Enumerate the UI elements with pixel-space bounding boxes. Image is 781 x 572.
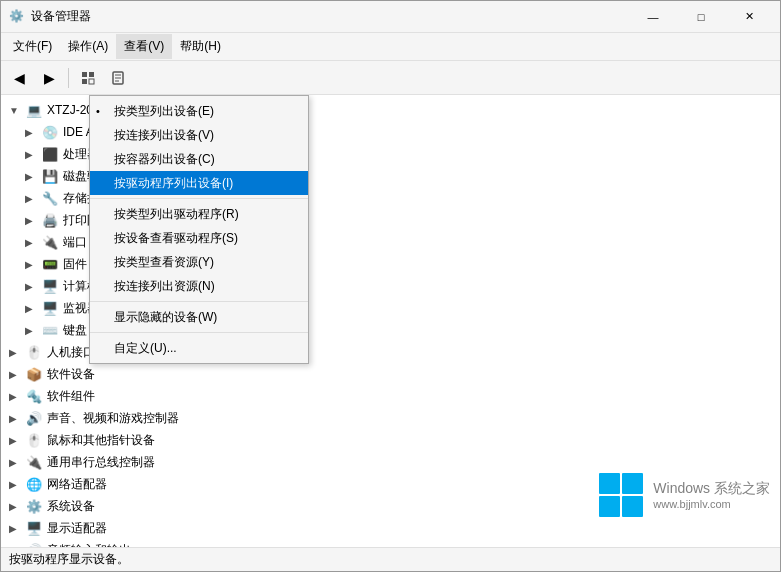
menu-by-connection-device[interactable]: 按连接列出设备(V) xyxy=(90,123,308,147)
menu-by-container-device[interactable]: 按容器列出设备(C) xyxy=(90,147,308,171)
menu-by-type-resource[interactable]: 按类型查看资源(Y) xyxy=(90,250,308,274)
chevron: ▶ xyxy=(25,127,41,138)
window-icon: ⚙️ xyxy=(9,9,25,25)
network-icon: 🌐 xyxy=(25,476,43,492)
softcomp-icon: 🔩 xyxy=(25,388,43,404)
tree-item-network[interactable]: ▶ 🌐 网络适配器 xyxy=(1,473,780,495)
audio-icon: 🔊 xyxy=(25,410,43,426)
root-chevron: ▼ xyxy=(9,105,25,116)
chevron: ▶ xyxy=(25,149,41,160)
mouse-label: 鼠标和其他指针设备 xyxy=(47,432,155,449)
audioin-label: 音频输入和输出 xyxy=(47,542,131,548)
chevron: ▶ xyxy=(25,325,41,336)
title-bar-left: ⚙️ 设备管理器 xyxy=(9,8,91,25)
status-bar: 按驱动程序显示设备。 xyxy=(1,547,780,571)
computer-icon: 🖥️ xyxy=(41,278,59,294)
chevron: ▶ xyxy=(25,259,41,270)
tree-item-display[interactable]: ▶ 🖥️ 显示适配器 xyxy=(1,517,780,539)
firmware-icon: 📟 xyxy=(41,256,59,272)
chevron: ▶ xyxy=(25,193,41,204)
svg-rect-2 xyxy=(82,79,87,84)
system-label: 系统设备 xyxy=(47,498,95,515)
display-icon: 🖥️ xyxy=(25,520,43,536)
system-icon: ⚙️ xyxy=(25,498,43,514)
chevron: ▶ xyxy=(9,347,25,358)
window-title: 设备管理器 xyxy=(31,8,91,25)
network-label: 网络适配器 xyxy=(47,476,107,493)
minimize-button[interactable]: — xyxy=(630,1,676,33)
maximize-button[interactable]: □ xyxy=(678,1,724,33)
monitor-icon: 🖥️ xyxy=(41,300,59,316)
chevron: ▶ xyxy=(25,237,41,248)
firmware-label: 固件 xyxy=(63,256,87,273)
dropdown-sep-2 xyxy=(90,301,308,302)
disk-icon: 💾 xyxy=(41,168,59,184)
title-bar: ⚙️ 设备管理器 — □ ✕ xyxy=(1,1,780,33)
menu-by-connection-resource[interactable]: 按连接列出资源(N) xyxy=(90,274,308,298)
chevron: ▶ xyxy=(9,435,25,446)
content-area: ▼ 💻 XTZJ-20220 ▶ 💿 IDE ATA ▶ ⬛ 处理器 ▶ 💾 磁… xyxy=(1,95,780,547)
usb-label: 通用串行总线控制器 xyxy=(47,454,155,471)
toolbar: ◀ ▶ xyxy=(1,61,780,95)
softcomp-label: 软件组件 xyxy=(47,388,95,405)
back-button[interactable]: ◀ xyxy=(5,65,33,91)
menu-show-hidden[interactable]: 显示隐藏的设备(W) xyxy=(90,305,308,329)
audio-label: 声音、视频和游戏控制器 xyxy=(47,410,179,427)
tree-item-softdev[interactable]: ▶ 📦 软件设备 xyxy=(1,363,780,385)
chevron: ▶ xyxy=(9,369,25,380)
mouse-icon: 🖱️ xyxy=(25,432,43,448)
svg-rect-0 xyxy=(82,72,87,77)
storage-icon: 🔧 xyxy=(41,190,59,206)
port-icon: 🔌 xyxy=(41,234,59,250)
chevron: ▶ xyxy=(25,215,41,226)
print-icon: 🖨️ xyxy=(41,212,59,228)
chevron: ▶ xyxy=(9,391,25,402)
menu-view[interactable]: 查看(V) xyxy=(116,34,172,59)
show-hide-button[interactable] xyxy=(74,65,102,91)
svg-rect-1 xyxy=(89,72,94,77)
chevron: ▶ xyxy=(9,545,25,548)
toolbar-separator-1 xyxy=(68,68,69,88)
keyboard-icon: ⌨️ xyxy=(41,322,59,338)
menu-by-driver-device[interactable]: 按驱动程序列出设备(I) xyxy=(90,171,308,195)
chevron: ▶ xyxy=(9,523,25,534)
menu-action[interactable]: 操作(A) xyxy=(60,34,116,59)
tree-item-softcomp[interactable]: ▶ 🔩 软件组件 xyxy=(1,385,780,407)
ide-icon: 💿 xyxy=(41,124,59,140)
main-window: ⚙️ 设备管理器 — □ ✕ 文件(F) 操作(A) 查看(V) 帮助(H) ◀… xyxy=(0,0,781,572)
keyboard-label: 键盘 xyxy=(63,322,87,339)
hid-icon: 🖱️ xyxy=(25,344,43,360)
menu-by-device-driver[interactable]: 按设备查看驱动程序(S) xyxy=(90,226,308,250)
chevron: ▶ xyxy=(25,303,41,314)
root-icon: 💻 xyxy=(25,102,43,118)
menu-by-type-driver[interactable]: 按类型列出驱动程序(R) xyxy=(90,202,308,226)
view-dropdown-menu[interactable]: • 按类型列出设备(E) 按连接列出设备(V) 按容器列出设备(C) 按驱动程序… xyxy=(89,95,309,364)
title-controls: — □ ✕ xyxy=(630,1,772,33)
menu-help[interactable]: 帮助(H) xyxy=(172,34,229,59)
menu-customize[interactable]: 自定义(U)... xyxy=(90,336,308,360)
chevron: ▶ xyxy=(9,413,25,424)
menu-file[interactable]: 文件(F) xyxy=(5,34,60,59)
tree-item-usb[interactable]: ▶ 🔌 通用串行总线控制器 xyxy=(1,451,780,473)
chevron: ▶ xyxy=(25,171,41,182)
tree-item-audioin[interactable]: ▶ 🔊 音频输入和输出 xyxy=(1,539,780,547)
softdev-label: 软件设备 xyxy=(47,366,95,383)
tree-item-audio[interactable]: ▶ 🔊 声音、视频和游戏控制器 xyxy=(1,407,780,429)
menu-bar: 文件(F) 操作(A) 查看(V) 帮助(H) xyxy=(1,33,780,61)
audioin-icon: 🔊 xyxy=(25,542,43,547)
tree-item-system[interactable]: ▶ ⚙️ 系统设备 xyxy=(1,495,780,517)
chevron: ▶ xyxy=(9,501,25,512)
display-label: 显示适配器 xyxy=(47,520,107,537)
cpu-icon: ⬛ xyxy=(41,146,59,162)
chevron: ▶ xyxy=(9,479,25,490)
forward-button[interactable]: ▶ xyxy=(35,65,63,91)
usb-icon: 🔌 xyxy=(25,454,43,470)
properties-button[interactable] xyxy=(104,65,132,91)
svg-rect-3 xyxy=(89,79,94,84)
chevron: ▶ xyxy=(9,457,25,468)
menu-by-type-device[interactable]: • 按类型列出设备(E) xyxy=(90,99,308,123)
close-button[interactable]: ✕ xyxy=(726,1,772,33)
dropdown-sep-1 xyxy=(90,198,308,199)
tree-item-mouse[interactable]: ▶ 🖱️ 鼠标和其他指针设备 xyxy=(1,429,780,451)
status-text: 按驱动程序显示设备。 xyxy=(9,551,129,568)
